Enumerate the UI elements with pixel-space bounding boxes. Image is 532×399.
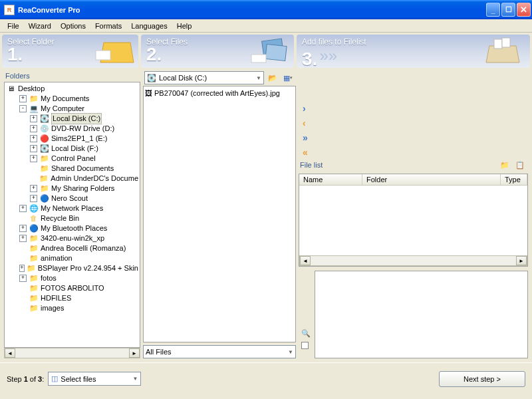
tree-item[interactable]: 📁animation: [6, 253, 138, 263]
col-type[interactable]: Type: [501, 174, 527, 185]
filebox-art-icon: [479, 36, 526, 68]
scroll-left-button[interactable]: ◄: [5, 348, 15, 358]
tree-item[interactable]: +💿DVD-RW Drive (D:): [6, 124, 138, 134]
svg-rect-2: [265, 44, 287, 61]
tree-root[interactable]: 🖥Desktop: [6, 84, 138, 94]
folder-art-icon: [90, 36, 137, 68]
add-all-button[interactable]: »: [303, 132, 315, 142]
tree-item[interactable]: +🔵My Bluetooth Places: [6, 223, 138, 233]
menu-languages[interactable]: Languages: [126, 21, 172, 31]
tree-item[interactable]: +💽Local Disk (C:): [6, 114, 138, 124]
menubar: File Wizard Options Formats Languages He…: [0, 19, 532, 33]
menu-help[interactable]: Help: [172, 21, 197, 31]
view-mode-button[interactable]: ▦▾: [281, 71, 295, 84]
tree-item[interactable]: 📁Andrea Bocelli (Romanza): [6, 243, 138, 253]
window-title: ReaConverter Pro: [18, 6, 80, 14]
files-pane[interactable]: 🖼 PB270047 (corrected with ArtEyes).jpg: [143, 86, 296, 342]
preview-toggle-button[interactable]: 🔍: [301, 329, 315, 338]
disk-icon: 💽: [147, 74, 156, 82]
tree-item[interactable]: 📁Shared Documents: [6, 164, 138, 174]
scroll-right-button[interactable]: ►: [129, 348, 140, 358]
tree-item[interactable]: +📁fotos: [6, 273, 138, 283]
tree-item[interactable]: -💻My Computer: [6, 104, 138, 114]
svg-rect-4: [494, 39, 502, 49]
remove-file-button[interactable]: ‹: [303, 118, 315, 127]
titlebar: R ReaConverter Pro _ ☐ ✕: [0, 0, 532, 19]
preview-check[interactable]: [301, 342, 309, 349]
app-icon: R: [4, 5, 15, 15]
folder-tree[interactable]: 🖥Desktop+📁My Documents-💻My Computer+💽Loc…: [4, 82, 140, 348]
chevron-down-icon: ▼: [256, 75, 261, 81]
footer: Step 1 of 3: ◫ Select files ▼ Next step …: [0, 362, 532, 394]
file-row[interactable]: 🖼 PB270047 (corrected with ArtEyes).jpg: [145, 88, 294, 98]
col-name[interactable]: Name: [299, 174, 362, 185]
step-icon: ◫: [51, 374, 58, 383]
folders-label: Folders: [4, 70, 140, 82]
maximize-button[interactable]: ☐: [501, 3, 515, 17]
filelist-tool2-button[interactable]: 📋: [513, 158, 527, 172]
filelist-scrollbar[interactable]: ◄ ►: [299, 255, 527, 266]
filter-combo[interactable]: All Files ▼: [143, 345, 296, 358]
tree-item[interactable]: +🔵Nero Scout: [6, 194, 138, 203]
chevron-down-icon: ▼: [288, 349, 293, 355]
tree-item[interactable]: 📁images: [6, 303, 138, 313]
up-folder-button[interactable]: 📂: [266, 71, 279, 84]
scroll-left-button[interactable]: ◄: [300, 256, 311, 265]
svg-rect-3: [251, 55, 266, 63]
tree-item[interactable]: +🔴Sims2EP1_1 (E:): [6, 134, 138, 144]
tree-item[interactable]: 📁HDFILES: [6, 293, 138, 303]
tree-item[interactable]: +📁BSPlayer Pro v2.24.954 + Skin: [6, 263, 138, 273]
chevron-down-icon: ▼: [132, 376, 138, 382]
tree-item[interactable]: +📁3420-enu-win2k_xp: [6, 233, 138, 243]
photos-art-icon: [246, 36, 293, 68]
tree-item[interactable]: +📁Control Panel: [6, 154, 138, 164]
step-3-banner: Add files to Filelist 3. »»: [297, 35, 530, 68]
tree-item[interactable]: +📁My Sharing Folders: [6, 184, 138, 194]
tree-item[interactable]: 🗑Recycle Bin: [6, 213, 138, 223]
tree-item[interactable]: 📁FOTOS ARBOLITO: [6, 283, 138, 293]
scroll-right-button[interactable]: ►: [516, 256, 527, 265]
menu-formats[interactable]: Formats: [90, 21, 126, 31]
next-step-button[interactable]: Next step >: [439, 371, 525, 387]
tree-scrollbar[interactable]: ◄ ►: [4, 348, 140, 358]
col-folder[interactable]: Folder: [362, 174, 501, 185]
svg-rect-0: [96, 51, 110, 60]
filelist-tool1-button[interactable]: 📁: [498, 158, 511, 172]
tree-item[interactable]: +💽Local Disk (F:): [6, 144, 138, 154]
close-button[interactable]: ✕: [517, 3, 531, 17]
step-1-banner: Select Folder 1.: [2, 35, 138, 68]
filelist-table[interactable]: Name Folder Type ◄ ►: [299, 174, 528, 267]
minimize-button[interactable]: _: [486, 3, 500, 17]
remove-all-button[interactable]: «: [303, 147, 315, 156]
menu-file[interactable]: File: [3, 21, 24, 31]
menu-wizard[interactable]: Wizard: [24, 21, 56, 31]
filelist-label: File list: [300, 161, 323, 169]
image-file-icon: 🖼: [145, 89, 152, 97]
step-2-banner: Select Files 2.: [141, 35, 294, 68]
menu-options[interactable]: Options: [56, 21, 90, 31]
step-select-combo[interactable]: ◫ Select files ▼: [48, 372, 141, 386]
add-file-button[interactable]: ›: [303, 103, 315, 112]
step-indicator: Step 1 of 3:: [7, 375, 44, 383]
tree-item[interactable]: +📁My Documents: [6, 94, 138, 104]
svg-rect-5: [502, 38, 510, 47]
tree-item[interactable]: 📁Admin UnderDC's Docume: [6, 174, 138, 184]
tree-item[interactable]: +🌐My Network Places: [6, 203, 138, 213]
drive-combo[interactable]: 💽 Local Disk (C:) ▼: [144, 71, 264, 84]
preview-pane: [315, 271, 528, 358]
